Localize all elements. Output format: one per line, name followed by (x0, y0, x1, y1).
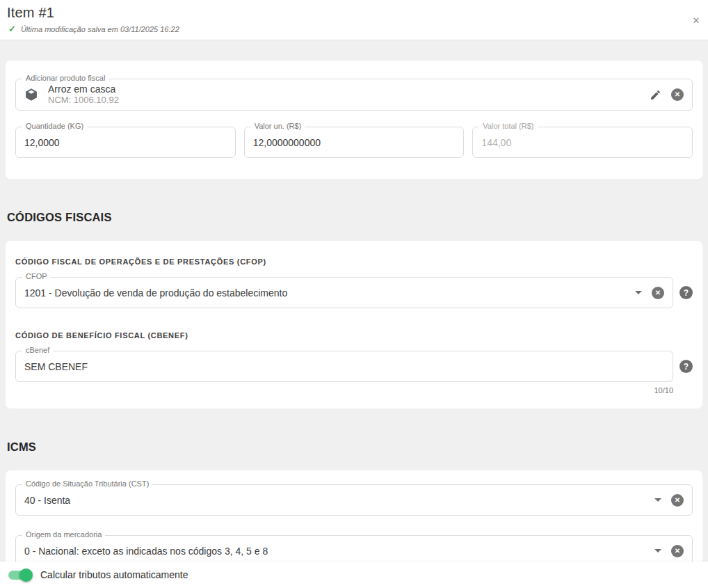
fiscal-codes-heading: CÓDIGOS FISCAIS (7, 211, 702, 224)
fiscal-codes-card: CÓDIGO FISCAL DE OPERAÇÕES E DE PRESTAÇÕ… (6, 241, 702, 408)
icms-heading: ICMS (7, 440, 702, 454)
cbenef-value: SEM CBENEF (24, 361, 664, 372)
close-icon[interactable]: ✕ (690, 14, 702, 26)
cfop-select[interactable]: CFOP 1201 - Devolução de venda de produç… (15, 277, 673, 308)
check-icon: ✓ (8, 24, 16, 33)
cbenef-field[interactable]: cBenef SEM CBENEF (15, 351, 673, 382)
edit-product-icon[interactable] (650, 89, 661, 101)
product-ncm: NCM: 1006.10.92 (48, 95, 119, 106)
cfop-section-label: CÓDIGO FISCAL DE OPERAÇÕES E DE PRESTAÇÕ… (15, 257, 693, 266)
quantity-field[interactable]: Quantidade (KG) 12,0000 (15, 127, 236, 158)
total-value-field: Valor total (R$) 144,00 (472, 127, 693, 158)
origin-value: 0 - Nacional: exceto as indicadas nos có… (24, 546, 649, 557)
cfop-help-icon[interactable]: ? (679, 286, 693, 299)
cfop-clear-icon[interactable]: ✕ (652, 287, 664, 299)
cfop-dropdown-icon[interactable] (635, 291, 642, 294)
origin-dropdown-icon[interactable] (654, 549, 661, 553)
cfop-value: 1201 - Devolução de venda de produção do… (24, 287, 629, 299)
auto-tax-toggle[interactable] (8, 571, 31, 580)
origin-label: Origem da mercadoria (22, 530, 105, 539)
selected-product: Arroz em casca NCM: 1006.10.92 (24, 84, 644, 106)
product-name: Arroz em casca (48, 84, 119, 95)
unit-value-field[interactable]: Valor un. (R$) 12,0000000000 (244, 127, 465, 158)
save-status: ✓ Última modificação salva em 03/11/2025… (7, 24, 701, 33)
cst-value: 40 - Isenta (24, 495, 649, 506)
toggle-thumb (19, 569, 33, 582)
page-title: Item #1 (7, 5, 701, 21)
cbenef-label: cBenef (22, 346, 53, 354)
cbenef-section-label: CÓDIGO DE BENEFÍCIO FISCAL (CBENEF) (15, 331, 693, 340)
product-cube-icon (24, 87, 38, 102)
save-status-text: Última modificação salva em 03/11/2025 1… (21, 25, 179, 33)
item-form-content: Adicionar produto fiscal Arroz em casca … (0, 40, 708, 588)
cst-label: Código de Situação Tributária (CST) (22, 479, 152, 488)
product-field-label: Adicionar produto fiscal (22, 74, 108, 82)
product-field[interactable]: Adicionar produto fiscal Arroz em casca … (15, 79, 693, 111)
remove-product-icon[interactable]: ✕ (671, 88, 684, 101)
unit-value-value: 12,0000000000 (253, 137, 456, 148)
cst-select[interactable]: Código de Situação Tributária (CST) 40 -… (15, 484, 693, 516)
unit-value-label: Valor un. (R$) (251, 122, 305, 130)
quantity-value: 12,0000 (24, 137, 227, 148)
quantity-label: Quantidade (KG) (22, 122, 87, 130)
auto-tax-toggle-label: Calcular tributos automaticamente (40, 569, 188, 580)
origin-clear-icon[interactable]: ✕ (671, 545, 684, 557)
cbenef-char-counter: 10/10 (15, 382, 693, 395)
item-header: Item #1 ✓ Última modificação salva em 03… (0, 0, 708, 40)
cfop-label: CFOP (22, 272, 51, 280)
cbenef-help-icon[interactable]: ? (679, 360, 693, 373)
total-value-value: 144,00 (481, 137, 684, 148)
total-value-label: Valor total (R$) (479, 122, 537, 130)
product-text: Arroz em casca NCM: 1006.10.92 (48, 84, 119, 106)
values-row: Quantidade (KG) 12,0000 Valor un. (R$) 1… (15, 127, 693, 158)
cst-clear-icon[interactable]: ✕ (671, 494, 684, 507)
cst-dropdown-icon[interactable] (654, 498, 661, 502)
footer-bar: Calcular tributos automaticamente (0, 562, 708, 588)
product-card: Adicionar produto fiscal Arroz em casca … (6, 61, 702, 179)
